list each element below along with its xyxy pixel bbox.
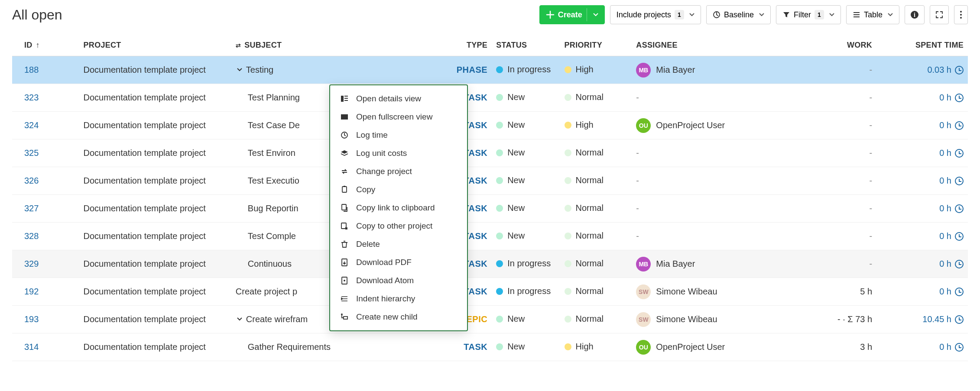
svg-rect-10 (341, 114, 348, 120)
subject-cell[interactable]: Gather Requirements (231, 333, 433, 361)
table-view-label: Table (864, 10, 883, 19)
spent-time-cell[interactable]: 0 h (881, 176, 964, 186)
work-cell: - (771, 56, 876, 84)
project-cell: Documentation template project (79, 333, 231, 361)
work-package-id-link[interactable]: 314 (24, 342, 39, 352)
layers-icon (340, 149, 349, 158)
table-view-button[interactable]: Table (846, 5, 899, 24)
assignee-cell[interactable]: MBMia Bayer (636, 257, 695, 271)
context-menu-item[interactable]: Copy link to clipboard (330, 199, 467, 217)
work-package-id-link[interactable]: 327 (24, 204, 39, 213)
assignee-cell[interactable]: OUOpenProject User (636, 340, 725, 355)
status-dot-icon (496, 177, 503, 184)
status-dot-icon (496, 233, 503, 239)
spent-time-cell[interactable]: 0 h (881, 231, 964, 241)
more-menu-button[interactable] (954, 5, 968, 24)
table-row[interactable]: 314Documentation template projectGather … (12, 333, 968, 361)
context-menu-label: Open fullscreen view (356, 112, 432, 122)
work-package-id-link[interactable]: 329 (24, 259, 39, 268)
baseline-button[interactable]: Baseline (706, 5, 771, 24)
assignee-cell[interactable]: MBMia Bayer (636, 63, 695, 78)
col-assignee[interactable]: ASSIGNEE (632, 35, 770, 56)
spent-time-cell[interactable]: 0 h (881, 148, 964, 158)
spent-time-cell[interactable]: 0 h (881, 259, 964, 269)
include-projects-button[interactable]: Include projects 1 (610, 5, 701, 24)
sort-asc-icon: ↑ (36, 41, 40, 49)
create-button[interactable]: Create (539, 5, 605, 24)
table-row[interactable]: 192Documentation template projectCreate … (12, 278, 968, 306)
spent-time-cell[interactable]: 0 h (881, 287, 964, 297)
avatar: MB (636, 63, 651, 78)
svg-rect-9 (344, 100, 348, 101)
col-id[interactable]: ID↑ (12, 35, 79, 56)
table-row[interactable]: 326Documentation template projectTest Ex… (12, 167, 968, 195)
work-package-id-link[interactable]: 192 (24, 287, 39, 296)
col-status[interactable]: STATUS (492, 35, 560, 56)
subject-cell[interactable]: Testing (231, 56, 433, 84)
table-row[interactable]: 324Documentation template projectTest Ca… (12, 112, 968, 139)
context-menu-item[interactable]: Indent hierarchy (330, 290, 467, 308)
context-menu-item[interactable]: Create new child (330, 308, 467, 326)
assignee-cell: - (636, 176, 639, 185)
work-package-id-link[interactable]: 193 (24, 314, 39, 324)
priority-cell: Normal (565, 148, 604, 158)
expand-toggle-icon[interactable] (236, 316, 243, 322)
context-menu-label: Change project (356, 167, 412, 176)
work-package-id-link[interactable]: 323 (24, 93, 39, 102)
work-package-id-link[interactable]: 328 (24, 231, 39, 241)
avatar: OU (636, 118, 651, 133)
table-row[interactable]: 327Documentation template projectBug Rep… (12, 195, 968, 223)
table-row[interactable]: 328Documentation template projectTest Co… (12, 223, 968, 250)
context-menu-item[interactable]: Download PDF (330, 253, 467, 271)
spent-time-cell[interactable]: 0 h (881, 342, 964, 352)
fullscreen-button[interactable] (930, 5, 949, 24)
context-menu-label: Log time (356, 130, 388, 140)
work-package-id-link[interactable]: 325 (24, 148, 39, 158)
table-row[interactable]: 323Documentation template projectTest Pl… (12, 84, 968, 112)
context-menu-item[interactable]: Log unit costs (330, 144, 467, 162)
col-type[interactable]: TYPE (433, 35, 492, 56)
project-cell: Documentation template project (79, 167, 231, 195)
baseline-label: Baseline (724, 10, 754, 19)
work-package-id-link[interactable]: 326 (24, 176, 39, 185)
status-cell: In progress (496, 259, 551, 268)
table-row[interactable]: 325Documentation template projectTest En… (12, 139, 968, 167)
status-dot-icon (496, 343, 503, 350)
col-subject[interactable]: ⇄SUBJECT (231, 35, 433, 56)
spent-time-cell[interactable]: 0.03 h (881, 65, 964, 75)
atom-icon (340, 276, 349, 285)
spent-time-cell[interactable]: 10.45 h (881, 314, 964, 324)
clock-icon (955, 94, 964, 102)
context-menu-item[interactable]: Open details view (330, 90, 467, 108)
col-project[interactable]: PROJECT (79, 35, 231, 56)
context-menu-item[interactable]: Copy (330, 181, 467, 199)
table-row[interactable]: 188Documentation template projectTesting… (12, 56, 968, 84)
assignee-cell[interactable]: OUOpenProject User (636, 118, 725, 133)
expand-toggle-icon[interactable] (236, 67, 243, 73)
col-spent[interactable]: SPENT TIME (876, 35, 968, 56)
context-menu-item[interactable]: Change project (330, 162, 467, 181)
col-work[interactable]: WORK (771, 35, 876, 56)
work-package-id-link[interactable]: 324 (24, 120, 39, 130)
priority-cell: Normal (565, 203, 604, 213)
project-cell: Documentation template project (79, 139, 231, 167)
context-menu-item[interactable]: Log time (330, 126, 467, 144)
priority-dot-icon (565, 316, 571, 323)
work-package-id-link[interactable]: 188 (24, 65, 39, 74)
context-menu-item[interactable]: Download Atom (330, 271, 467, 290)
context-menu-item[interactable]: Open fullscreen view (330, 108, 467, 126)
assignee-cell[interactable]: SWSimone Wibeau (636, 312, 717, 327)
info-button[interactable]: i (905, 5, 925, 24)
table-row[interactable]: 193Documentation template projectCreate … (12, 306, 968, 333)
spent-time-cell[interactable]: 0 h (881, 120, 964, 130)
context-menu-label: Download PDF (356, 258, 412, 267)
assignee-cell[interactable]: SWSimone Wibeau (636, 284, 717, 299)
col-priority[interactable]: PRIORITY (560, 35, 632, 56)
spent-time-cell[interactable]: 0 h (881, 93, 964, 103)
spent-time-cell[interactable]: 0 h (881, 204, 964, 213)
context-menu-item[interactable]: Delete (330, 235, 467, 253)
subject-text: Testing (246, 65, 273, 74)
table-row[interactable]: 329Documentation template projectContinu… (12, 250, 968, 278)
context-menu-item[interactable]: Copy to other project (330, 217, 467, 235)
filter-button[interactable]: Filter 1 (776, 5, 841, 24)
